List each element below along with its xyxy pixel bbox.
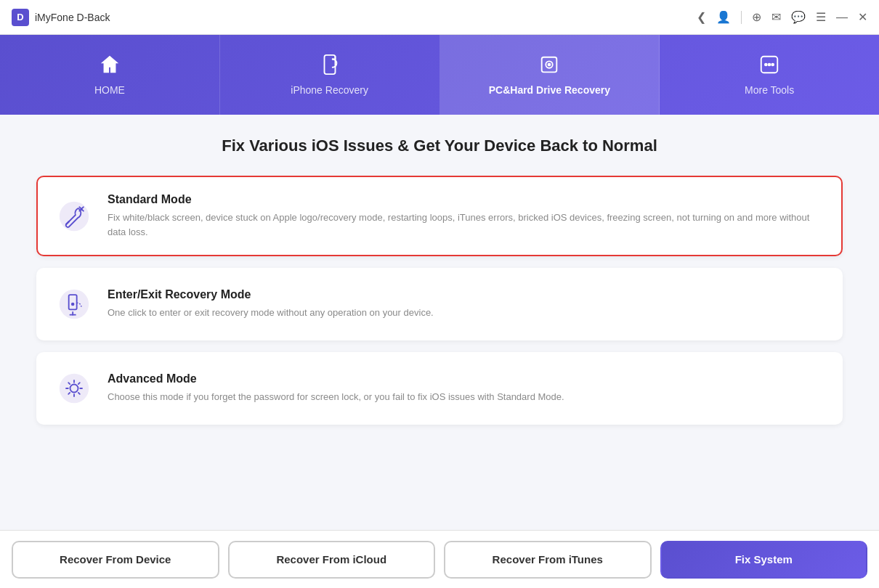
standard-mode-icon [55,197,93,235]
mail-icon[interactable]: ✉ [771,10,781,24]
location-icon[interactable]: ⊕ [752,10,761,24]
nav-more-tools-label: More Tools [745,84,794,96]
user-icon[interactable]: 👤 [716,10,731,24]
more-tools-icon [758,54,780,78]
app-logo: D [12,9,29,26]
nav-bar: HOME iPhone Recovery PC&Hard Drive Recov… [0,35,879,115]
recover-from-device-button[interactable]: Recover From Device [12,541,219,579]
menu-icon[interactable]: ☰ [816,10,826,24]
svg-point-11 [71,303,75,306]
share-icon[interactable]: ❮ [697,10,706,24]
nav-iphone-recovery-label: iPhone Recovery [291,84,368,96]
svg-rect-0 [324,55,335,74]
app-name: iMyFone D-Back [35,12,110,23]
standard-mode-info: Standard Mode Fix white/black screen, de… [108,193,824,239]
nav-pc-hard-drive[interactable]: PC&Hard Drive Recovery [440,35,660,115]
bottom-bar: Recover From Device Recover From iCloud … [0,530,879,588]
nav-home[interactable]: HOME [0,35,220,115]
standard-mode-desc: Fix white/black screen, device stuck on … [108,211,824,239]
window-controls: ❮ 👤 ⊕ ✉ 💬 ☰ — ✕ [697,10,867,24]
enter-exit-mode-card[interactable]: Enter/Exit Recovery Mode One click to en… [36,268,843,340]
enter-exit-mode-desc: One click to enter or exit recovery mode… [108,306,824,320]
svg-point-5 [765,64,767,66]
advanced-mode-title: Advanced Mode [108,372,824,385]
nav-pc-hard-drive-label: PC&Hard Drive Recovery [489,84,610,96]
chat-icon[interactable]: 💬 [791,10,806,24]
pc-hard-drive-icon [538,54,560,78]
advanced-mode-card[interactable]: Advanced Mode Choose this mode if you fo… [36,352,843,425]
advanced-mode-info: Advanced Mode Choose this mode if you fo… [108,372,824,404]
enter-exit-mode-info: Enter/Exit Recovery Mode One click to en… [108,288,824,320]
nav-more-tools[interactable]: More Tools [660,35,879,115]
svg-point-12 [60,374,89,403]
advanced-mode-desc: Choose this mode if you forget the passw… [108,390,824,404]
title-bar: D iMyFone D-Back ❮ 👤 ⊕ ✉ 💬 ☰ — ✕ [0,0,879,35]
standard-mode-card[interactable]: Standard Mode Fix white/black screen, de… [36,176,843,256]
fix-system-button[interactable]: Fix System [660,541,868,579]
minimize-icon[interactable]: — [836,11,848,24]
enter-exit-mode-title: Enter/Exit Recovery Mode [108,288,824,301]
separator [741,11,742,24]
advanced-mode-icon [55,369,93,407]
recover-from-itunes-button[interactable]: Recover From iTunes [444,541,652,579]
nav-iphone-recovery[interactable]: iPhone Recovery [220,35,440,115]
svg-point-3 [548,64,551,66]
svg-point-6 [769,64,771,66]
close-icon[interactable]: ✕ [858,10,867,24]
enter-exit-mode-icon [55,285,93,323]
standard-mode-title: Standard Mode [108,193,824,206]
nav-home-label: HOME [94,84,125,96]
svg-point-7 [771,64,774,66]
home-icon [99,54,121,78]
recover-from-icloud-button[interactable]: Recover From iCloud [228,541,436,579]
page-title: Fix Various iOS Issues & Get Your Device… [36,136,843,155]
iphone-recovery-icon [319,54,341,78]
main-content: Fix Various iOS Issues & Get Your Device… [0,115,879,530]
